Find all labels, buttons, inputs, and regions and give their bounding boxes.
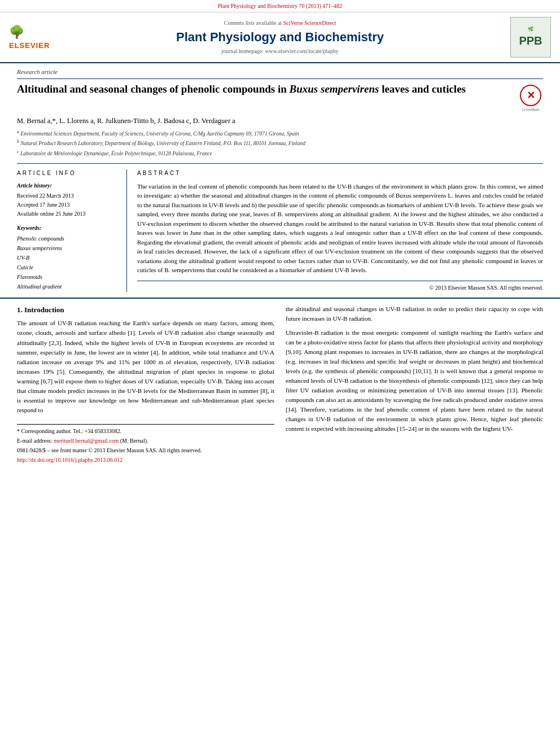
abstract-text: The variation in the leaf content of phe… (137, 182, 543, 275)
doi-link[interactable]: http://dx.doi.org/10.1016/j.plaphy.2013.… (17, 457, 123, 463)
journal-title-area: Contents lists available at SciVerse Sci… (65, 19, 495, 55)
crossmark-icon: ✕ (520, 85, 541, 106)
article-info-header: ARTICLE INFO (17, 169, 121, 177)
body-right-column: the altitudinal and seasonal changes in … (286, 304, 543, 465)
abstract-header: ABSTRACT (137, 169, 543, 177)
keyword-1: Phenolic compounds (17, 234, 121, 243)
affiliation-b: b Natural Product Research Laboratory, D… (17, 138, 543, 147)
keyword-5: Flavonoids (17, 272, 121, 282)
article-history-section: Article history: Received 22 March 2013 … (17, 182, 121, 219)
article-title: Altitudinal and seasonal changes of phen… (17, 82, 518, 97)
authors-line: M. Bernal a,*, L. Llorens a, R. Julkunen… (17, 116, 543, 126)
citation-text: Plant Physiology and Biochemistry 70 (20… (218, 3, 343, 9)
elsevier-tree-icon: 🌳 (9, 24, 24, 41)
intro-paragraph-right-2: Ultraviolet-B radiation is the most ener… (286, 328, 543, 434)
article-title-row: Altitudinal and seasonal changes of phen… (17, 82, 543, 113)
crossmark-badge: ✕ CrossMark (518, 85, 543, 113)
article-type-label: Research article (17, 63, 543, 79)
article-info-column: ARTICLE INFO Article history: Received 2… (17, 169, 127, 292)
affiliations: a Environmental Sciences Department, Fac… (17, 129, 543, 158)
ppb-logo-area: 🌿 PPB (495, 17, 551, 58)
sciverse-link[interactable]: SciVerse ScienceDirect (283, 20, 336, 26)
available-date: Available online 25 June 2013 (17, 209, 121, 219)
keywords-section: Keywords: Phenolic compounds Buxus sempe… (17, 224, 121, 291)
journal-header: 🌳 ELSEVIER Contents lists available at S… (0, 12, 560, 63)
intro-section-title: 1. Introduction (17, 304, 274, 316)
received-date: Received 22 March 2013 (17, 191, 121, 200)
footnotes: * Corresponding author. Tel.: +34 658333… (17, 424, 274, 464)
keyword-2: Buxus sempervirens (17, 243, 121, 253)
history-label: Article history: (17, 182, 121, 190)
sciverse-label: Contents lists available at (224, 20, 282, 26)
journal-homepage: journal homepage: www.elsevier.com/locat… (65, 47, 495, 55)
ppb-logo: 🌿 PPB (510, 17, 551, 58)
crossmark-label: CrossMark (522, 107, 539, 113)
main-body: 1. Introduction The amount of UV-B radia… (0, 298, 560, 465)
footnote-doi: http://dx.doi.org/10.1016/j.plaphy.2013.… (17, 456, 274, 464)
sciverse-line: Contents lists available at SciVerse Sci… (65, 19, 495, 27)
keywords-label: Keywords: (17, 224, 121, 232)
email-link[interactable]: merituell.bernal@gmail.com (54, 438, 119, 444)
keyword-3: UV-B (17, 253, 121, 263)
elsevier-logo-area: 🌳 ELSEVIER (9, 24, 65, 51)
intro-paragraph-right-1: the altitudinal and seasonal changes in … (286, 304, 543, 324)
keyword-6: Altitudinal gradient (17, 282, 121, 291)
journal-citation: Plant Physiology and Biochemistry 70 (20… (0, 0, 560, 12)
body-columns: 1. Introduction The amount of UV-B radia… (17, 304, 543, 465)
article-info-abstract-row: ARTICLE INFO Article history: Received 2… (17, 163, 543, 292)
footnote-corresponding: * Corresponding author. Tel.: +34 658333… (17, 427, 274, 435)
affiliation-a: a Environmental Sciences Department, Fac… (17, 129, 543, 138)
affiliation-c: c Laboratoire de Météorologie Dynamique,… (17, 148, 543, 158)
footnote-issn: 0981-9428/$ – see front matter © 2013 El… (17, 446, 274, 455)
intro-paragraph-1: The amount of UV-B radiation reaching th… (17, 318, 274, 414)
copyright-notice: © 2013 Elsevier Masson SAS. All rights r… (137, 281, 543, 292)
accepted-date: Accepted 17 June 2013 (17, 200, 121, 209)
article-section: Research article Altitudinal and seasona… (0, 63, 560, 292)
body-left-column: 1. Introduction The amount of UV-B radia… (17, 304, 274, 465)
journal-name: Plant Physiology and Biochemistry (65, 29, 495, 46)
elsevier-wordmark: ELSEVIER (9, 41, 50, 51)
footnote-email: E-mail address: merituell.bernal@gmail.c… (17, 436, 274, 445)
keyword-4: Cuticle (17, 263, 121, 272)
abstract-column: ABSTRACT The variation in the leaf conte… (137, 169, 543, 292)
